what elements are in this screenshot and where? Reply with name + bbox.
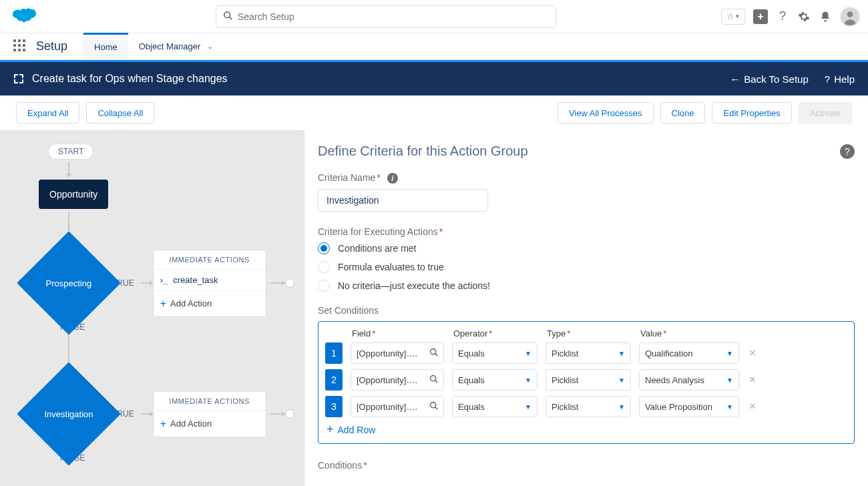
row-number: 1 [325,342,343,364]
operator-select[interactable]: Equals▼ [452,369,537,391]
radio-conditions-met[interactable]: Conditions are met [318,242,855,254]
type-select[interactable]: Picklist▼ [546,396,631,417]
actions-title: IMMEDIATE ACTIONS [154,392,266,411]
value-select[interactable]: Needs Analysis▼ [639,369,739,391]
action-run-icon: ›_ [160,275,168,285]
svg-line-17 [435,407,437,409]
chevron-down-icon: ▼ [618,377,625,384]
help-link[interactable]: ? Help [825,73,855,85]
radio-formula[interactable]: Formula evaluates to true [318,261,855,273]
chevron-down-icon: ▼ [726,403,733,411]
svg-line-15 [435,381,437,383]
criteria-label: Investigation [42,409,96,419]
conditions-header: Field* Operator* Type* Value* [325,328,847,338]
stop-circle [285,278,294,288]
flow-arrow [68,162,69,177]
chevron-down-icon: ▼ [618,403,625,411]
operator-select[interactable]: Equals▼ [452,396,537,417]
criteria-name-label: Criteria Name* i [318,172,855,184]
global-add-button[interactable]: + [753,9,768,24]
global-header: ☆▼ + ? [0,0,868,33]
criteria-label: Prospecting [43,278,95,288]
clone-button[interactable]: Clone [660,102,706,124]
user-avatar[interactable] [840,7,860,27]
add-action-label: Add Action [170,419,212,429]
svg-point-12 [431,349,436,354]
field-lookup[interactable]: [Opportunity]…. [351,342,444,364]
notifications-bell-icon[interactable] [819,10,832,23]
expand-all-button[interactable]: Expand All [16,102,79,124]
add-action-button[interactable]: + Add Action [154,291,266,316]
process-header-bar: Create task for Ops when Stage changes ←… [0,62,868,95]
help-icon[interactable]: ? [776,10,789,23]
svg-rect-7 [22,74,23,78]
row-number: 2 [325,369,343,391]
panel-help-icon[interactable]: ? [840,144,855,159]
condition-row: 3[Opportunity]….Equals▼Picklist▼Value Pr… [325,396,847,417]
actions-title: IMMEDIATE ACTIONS [154,250,266,270]
object-node[interactable]: Opportunity [39,180,108,209]
radio-no-criteria[interactable]: No criteria—just execute the actions! [318,280,855,292]
plus-icon: + [160,418,166,430]
search-input[interactable] [238,11,549,22]
workspace: START Opportunity Prospecting TRUE IMMED… [0,130,868,486]
chevron-down-icon: ▼ [525,377,531,384]
collapse-all-button[interactable]: Collapse All [86,102,154,124]
exec-actions-label: Criteria for Executing Actions* [318,226,855,237]
add-row-button[interactable]: + Add Row [325,423,847,437]
flow-arrow [141,282,153,284]
criteria-name-input[interactable] [318,189,488,212]
setup-gear-icon[interactable] [797,10,811,23]
view-all-processes-button[interactable]: View All Processes [558,102,654,124]
type-select[interactable]: Picklist▼ [546,342,631,364]
conditions-logic-label: Conditions* [318,460,855,471]
flow-arrow [141,413,153,415]
expand-icon[interactable] [13,73,24,84]
favorites-button[interactable]: ☆▼ [721,9,745,25]
field-lookup[interactable]: [Opportunity]…. [351,369,444,391]
remove-row-icon[interactable]: × [747,347,758,359]
search-icon [223,11,232,22]
app-launcher-icon[interactable] [13,39,28,54]
svg-rect-5 [14,74,15,78]
radio-label: Formula evaluates to true [338,262,444,272]
remove-row-icon[interactable]: × [747,374,758,386]
back-to-setup-link[interactable]: ← Back To Setup [730,73,808,85]
chevron-down-icon: ▼ [726,350,733,357]
lookup-icon [429,401,438,412]
add-row-label: Add Row [338,425,376,435]
svg-point-0 [224,12,230,18]
activate-button: Activate [799,102,852,124]
panel-title: Define Criteria for this Action Group [318,144,528,159]
criteria-node-prospecting[interactable]: Prospecting [17,231,121,335]
tab-home[interactable]: Home [83,33,128,59]
edit-properties-button[interactable]: Edit Properties [712,102,791,124]
field-lookup[interactable]: [Opportunity]…. [351,396,444,417]
global-search[interactable] [216,5,556,28]
criteria-node-investigation[interactable]: Investigation [17,362,121,466]
value-select[interactable]: Qualification▼ [639,342,739,364]
process-title: Create task for Ops when Stage changes [32,73,228,85]
plus-icon: + [327,423,334,437]
value-select[interactable]: Value Proposition▼ [639,396,739,417]
remove-row-icon[interactable]: × [747,401,758,413]
app-name: Setup [36,39,67,53]
action-item[interactable]: ›_ create_task [154,270,266,291]
radio-icon [318,242,330,254]
row-number: 3 [325,396,343,417]
chevron-down-icon: ▼ [525,350,531,357]
operator-select[interactable]: Equals▼ [452,342,537,364]
process-canvas[interactable]: START Opportunity Prospecting TRUE IMMED… [0,130,304,486]
chevron-down-icon: ⌄ [207,42,213,51]
radio-label: Conditions are met [338,243,417,254]
tab-object-manager[interactable]: Object Manager ⌄ [128,33,224,60]
help-question-icon: ? [825,73,830,85]
add-action-button[interactable]: + Add Action [154,411,266,437]
info-icon[interactable]: i [387,173,398,184]
back-to-setup-label: Back To Setup [744,73,808,85]
type-select[interactable]: Picklist▼ [546,369,631,391]
radio-label: No criteria—just execute the actions! [338,280,490,291]
chevron-down-icon: ▼ [525,403,531,411]
svg-line-13 [435,354,437,356]
arrow-left-icon: ← [730,73,740,85]
